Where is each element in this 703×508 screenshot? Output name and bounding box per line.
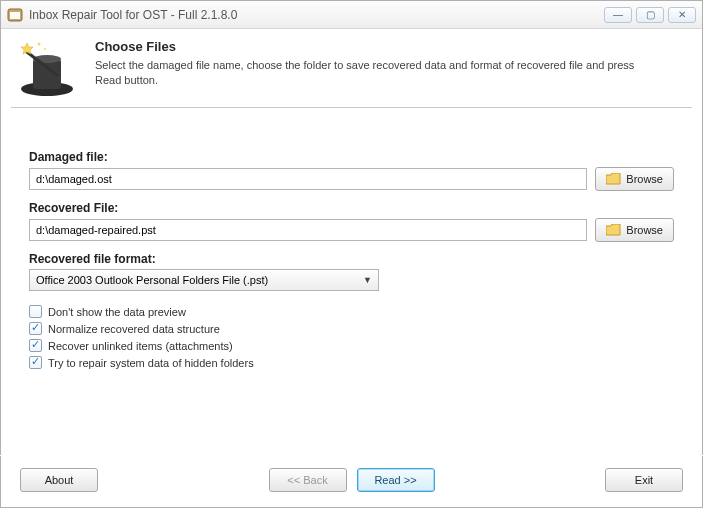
option-recover-unlinked[interactable]: Recover unlinked items (attachments) — [29, 339, 674, 352]
option-normalize[interactable]: Normalize recovered data structure — [29, 322, 674, 335]
options-group: Don't show the data preview Normalize re… — [29, 305, 674, 369]
option-repair-hidden[interactable]: Try to repair system data of hidden fold… — [29, 356, 674, 369]
magic-hat-icon — [17, 39, 77, 97]
read-button[interactable]: Read >> — [357, 468, 435, 492]
browse-damaged-button[interactable]: Browse — [595, 167, 674, 191]
damaged-file-label: Damaged file: — [29, 150, 674, 164]
checkbox-icon — [29, 339, 42, 352]
window-title: Inbox Repair Tool for OST - Full 2.1.8.0 — [29, 8, 604, 22]
app-icon — [7, 7, 23, 23]
format-selected-value: Office 2003 Outlook Personal Folders Fil… — [36, 274, 268, 286]
window-controls: — ▢ ✕ — [604, 7, 696, 23]
maximize-button[interactable]: ▢ — [636, 7, 664, 23]
chevron-down-icon: ▼ — [363, 275, 372, 285]
footer: About << Back Read >> Exit — [0, 455, 703, 508]
checkbox-icon — [29, 356, 42, 369]
folder-icon — [606, 173, 621, 185]
folder-icon — [606, 224, 621, 236]
back-button[interactable]: << Back — [269, 468, 347, 492]
minimize-button[interactable]: — — [604, 7, 632, 23]
svg-point-7 — [38, 43, 41, 46]
checkbox-icon — [29, 322, 42, 335]
checkbox-icon — [29, 305, 42, 318]
svg-rect-1 — [10, 12, 20, 19]
option-dont-preview[interactable]: Don't show the data preview — [29, 305, 674, 318]
browse-recovered-button[interactable]: Browse — [595, 218, 674, 242]
recovered-file-label: Recovered File: — [29, 201, 674, 215]
about-button[interactable]: About — [20, 468, 98, 492]
exit-button[interactable]: Exit — [605, 468, 683, 492]
option-label: Normalize recovered data structure — [48, 323, 220, 335]
page-title: Choose Files — [95, 39, 655, 54]
main-content: Damaged file: Browse Recovered File: Bro… — [1, 108, 702, 379]
format-select[interactable]: Office 2003 Outlook Personal Folders Fil… — [29, 269, 379, 291]
option-label: Don't show the data preview — [48, 306, 186, 318]
titlebar: Inbox Repair Tool for OST - Full 2.1.8.0… — [1, 1, 702, 29]
close-button[interactable]: ✕ — [668, 7, 696, 23]
option-label: Recover unlinked items (attachments) — [48, 340, 233, 352]
svg-point-8 — [44, 48, 46, 50]
wizard-header: Choose Files Select the damaged file nam… — [1, 29, 702, 107]
format-label: Recovered file format: — [29, 252, 674, 266]
browse-label: Browse — [626, 173, 663, 185]
browse-label: Browse — [626, 224, 663, 236]
page-description: Select the damaged file name, choose the… — [95, 58, 655, 88]
damaged-file-input[interactable] — [29, 168, 587, 190]
option-label: Try to repair system data of hidden fold… — [48, 357, 254, 369]
recovered-file-input[interactable] — [29, 219, 587, 241]
